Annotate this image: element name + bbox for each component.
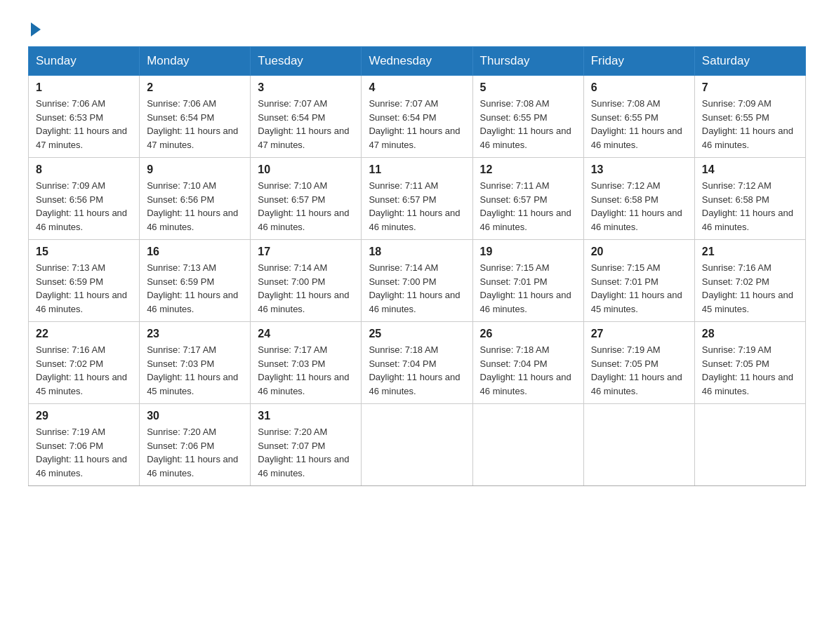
day-number: 13: [591, 163, 687, 176]
day-number: 20: [591, 246, 687, 258]
sunset-label: Sunset: 6:57 PM: [258, 194, 325, 205]
sunset-label: Sunset: 6:53 PM: [36, 112, 103, 123]
daylight-label: Daylight: 11 hours and 46 minutes.: [369, 290, 460, 314]
day-info: Sunrise: 7:20 AM Sunset: 7:07 PM Dayligh…: [258, 425, 354, 480]
day-info: Sunrise: 7:13 AM Sunset: 6:59 PM Dayligh…: [147, 261, 243, 316]
day-number: 11: [369, 163, 465, 176]
sunset-label: Sunset: 7:07 PM: [258, 441, 325, 451]
day-info: Sunrise: 7:19 AM Sunset: 7:05 PM Dayligh…: [702, 343, 798, 398]
daylight-label: Daylight: 11 hours and 46 minutes.: [36, 208, 127, 232]
logo: [28, 21, 41, 32]
day-number: 9: [147, 163, 243, 176]
day-info: Sunrise: 7:08 AM Sunset: 6:55 PM Dayligh…: [480, 97, 576, 152]
sunrise-label: Sunrise: 7:11 AM: [480, 180, 550, 191]
sunrise-label: Sunrise: 7:14 AM: [369, 262, 438, 273]
day-info: Sunrise: 7:19 AM Sunset: 7:06 PM Dayligh…: [36, 425, 132, 480]
day-info: Sunrise: 7:16 AM Sunset: 7:02 PM Dayligh…: [36, 343, 132, 398]
day-number: 15: [36, 246, 132, 258]
sunrise-label: Sunrise: 7:07 AM: [258, 98, 327, 109]
day-number: 24: [258, 328, 354, 340]
day-number: 17: [258, 246, 354, 258]
sunset-label: Sunset: 6:59 PM: [147, 276, 214, 287]
daylight-label: Daylight: 11 hours and 45 minutes.: [702, 290, 793, 314]
calendar-week-row-4: 22 Sunrise: 7:16 AM Sunset: 7:02 PM Dayl…: [29, 322, 806, 404]
calendar-header-tuesday: Tuesday: [251, 47, 362, 76]
day-info: Sunrise: 7:14 AM Sunset: 7:00 PM Dayligh…: [258, 261, 354, 316]
sunrise-label: Sunrise: 7:12 AM: [702, 180, 772, 191]
daylight-label: Daylight: 11 hours and 46 minutes.: [147, 454, 238, 478]
calendar-cell: 27 Sunrise: 7:19 AM Sunset: 7:05 PM Dayl…: [583, 322, 694, 404]
calendar-cell: 13 Sunrise: 7:12 AM Sunset: 6:58 PM Dayl…: [583, 158, 694, 240]
day-number: 2: [147, 81, 243, 94]
sunset-label: Sunset: 7:00 PM: [258, 276, 325, 287]
calendar-cell: 23 Sunrise: 7:17 AM Sunset: 7:03 PM Dayl…: [140, 322, 251, 404]
day-info: Sunrise: 7:11 AM Sunset: 6:57 PM Dayligh…: [369, 179, 465, 234]
sunset-label: Sunset: 7:05 PM: [591, 358, 658, 369]
calendar-header-sunday: Sunday: [29, 47, 140, 76]
calendar-cell: [694, 404, 805, 486]
calendar-table: SundayMondayTuesdayWednesdayThursdayFrid…: [28, 46, 806, 486]
daylight-label: Daylight: 11 hours and 46 minutes.: [369, 372, 460, 396]
calendar-cell: 20 Sunrise: 7:15 AM Sunset: 7:01 PM Dayl…: [583, 240, 694, 322]
day-info: Sunrise: 7:19 AM Sunset: 7:05 PM Dayligh…: [591, 343, 687, 398]
day-info: Sunrise: 7:09 AM Sunset: 6:55 PM Dayligh…: [702, 97, 798, 152]
day-number: 25: [369, 328, 465, 340]
calendar-cell: [362, 404, 472, 486]
sunset-label: Sunset: 7:04 PM: [369, 358, 436, 369]
day-number: 23: [147, 328, 243, 340]
day-info: Sunrise: 7:06 AM Sunset: 6:54 PM Dayligh…: [147, 97, 243, 152]
daylight-label: Daylight: 11 hours and 46 minutes.: [258, 372, 349, 396]
daylight-label: Daylight: 11 hours and 46 minutes.: [369, 208, 460, 232]
sunrise-label: Sunrise: 7:15 AM: [591, 262, 661, 273]
sunrise-label: Sunrise: 7:06 AM: [147, 98, 216, 109]
day-info: Sunrise: 7:10 AM Sunset: 6:57 PM Dayligh…: [258, 179, 354, 234]
calendar-cell: 19 Sunrise: 7:15 AM Sunset: 7:01 PM Dayl…: [472, 240, 583, 322]
sunset-label: Sunset: 6:55 PM: [480, 112, 548, 123]
calendar-cell: 8 Sunrise: 7:09 AM Sunset: 6:56 PM Dayli…: [29, 158, 140, 240]
calendar-cell: 16 Sunrise: 7:13 AM Sunset: 6:59 PM Dayl…: [140, 240, 251, 322]
sunset-label: Sunset: 6:58 PM: [591, 194, 658, 205]
daylight-label: Daylight: 11 hours and 46 minutes.: [480, 372, 571, 396]
sunset-label: Sunset: 6:56 PM: [147, 194, 214, 205]
sunrise-label: Sunrise: 7:20 AM: [147, 427, 216, 437]
day-info: Sunrise: 7:16 AM Sunset: 7:02 PM Dayligh…: [702, 261, 798, 316]
day-info: Sunrise: 7:10 AM Sunset: 6:56 PM Dayligh…: [147, 179, 243, 234]
calendar-header-monday: Monday: [140, 47, 251, 76]
sunrise-label: Sunrise: 7:07 AM: [369, 98, 438, 109]
calendar-cell: 24 Sunrise: 7:17 AM Sunset: 7:03 PM Dayl…: [251, 322, 362, 404]
daylight-label: Daylight: 11 hours and 47 minutes.: [36, 126, 127, 150]
sunrise-label: Sunrise: 7:15 AM: [480, 262, 550, 273]
day-info: Sunrise: 7:12 AM Sunset: 6:58 PM Dayligh…: [702, 179, 798, 234]
daylight-label: Daylight: 11 hours and 47 minutes.: [147, 126, 238, 150]
calendar-cell: 28 Sunrise: 7:19 AM Sunset: 7:05 PM Dayl…: [694, 322, 805, 404]
daylight-label: Daylight: 11 hours and 46 minutes.: [591, 126, 682, 150]
daylight-label: Daylight: 11 hours and 47 minutes.: [369, 126, 460, 150]
calendar-header-row: SundayMondayTuesdayWednesdayThursdayFrid…: [29, 47, 806, 76]
day-number: 14: [702, 163, 798, 176]
day-info: Sunrise: 7:06 AM Sunset: 6:53 PM Dayligh…: [36, 97, 132, 152]
calendar-cell: [472, 404, 583, 486]
sunset-label: Sunset: 7:02 PM: [702, 276, 769, 287]
daylight-label: Daylight: 11 hours and 46 minutes.: [480, 290, 571, 314]
day-info: Sunrise: 7:15 AM Sunset: 7:01 PM Dayligh…: [480, 261, 576, 316]
day-info: Sunrise: 7:12 AM Sunset: 6:58 PM Dayligh…: [591, 179, 687, 234]
calendar-cell: 5 Sunrise: 7:08 AM Sunset: 6:55 PM Dayli…: [472, 76, 583, 158]
calendar-cell: 22 Sunrise: 7:16 AM Sunset: 7:02 PM Dayl…: [29, 322, 140, 404]
day-info: Sunrise: 7:14 AM Sunset: 7:00 PM Dayligh…: [369, 261, 465, 316]
sunrise-label: Sunrise: 7:10 AM: [258, 180, 327, 191]
sunset-label: Sunset: 7:06 PM: [36, 441, 103, 451]
day-number: 3: [258, 81, 354, 94]
sunrise-label: Sunrise: 7:13 AM: [36, 262, 105, 273]
sunset-label: Sunset: 6:57 PM: [480, 194, 548, 205]
day-number: 12: [480, 163, 576, 176]
day-info: Sunrise: 7:15 AM Sunset: 7:01 PM Dayligh…: [591, 261, 687, 316]
daylight-label: Daylight: 11 hours and 46 minutes.: [258, 454, 349, 478]
sunrise-label: Sunrise: 7:17 AM: [147, 344, 216, 355]
sunset-label: Sunset: 7:05 PM: [702, 358, 769, 369]
day-number: 10: [258, 163, 354, 176]
sunset-label: Sunset: 6:55 PM: [702, 112, 769, 123]
day-number: 19: [480, 246, 576, 258]
day-number: 1: [36, 81, 132, 94]
day-number: 22: [36, 328, 132, 340]
sunrise-label: Sunrise: 7:08 AM: [591, 98, 661, 109]
